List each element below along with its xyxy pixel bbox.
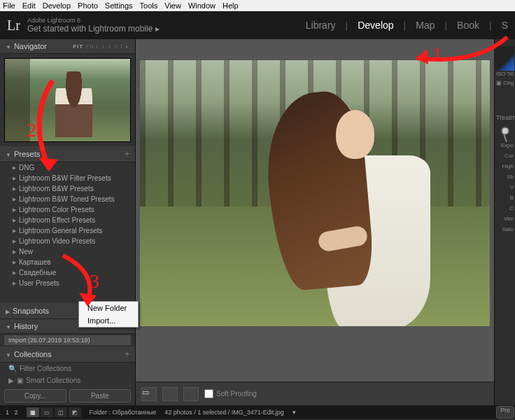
previous-button[interactable]: Pre bbox=[496, 406, 514, 419]
filmstrip-toolbar: 1 2 ▦ ▭ ◫ ◩ Folder : Обработанные 42 pho… bbox=[0, 405, 515, 419]
page-indicator: 1 2 bbox=[6, 409, 18, 416]
triangle-down-icon: ▼ bbox=[6, 152, 11, 158]
preset-folder[interactable]: ▶Lightroom Video Presets bbox=[0, 236, 135, 246]
triangle-right-icon: ▶ bbox=[13, 207, 16, 213]
menu-file[interactable]: File bbox=[3, 1, 15, 10]
zoom-3-1[interactable]: 3:1 bbox=[114, 43, 124, 50]
treatment-label: Treatme bbox=[495, 114, 515, 121]
histogram[interactable] bbox=[493, 46, 514, 71]
right-panel: ISO 50 ▣ Orig Treatme Expo Cor High Sh V… bbox=[494, 39, 515, 405]
add-preset-icon[interactable]: + bbox=[125, 149, 129, 159]
iso-readout: ISO 50 bbox=[495, 71, 515, 77]
slider-label: Vibr bbox=[495, 216, 515, 222]
preset-folder[interactable]: ▶Lightroom B&W Toned Presets bbox=[0, 194, 135, 204]
preset-folder[interactable]: ▶Карташев bbox=[0, 257, 135, 267]
navigator-header[interactable]: ▼Navigator FIT FILL 1:1 3:1 ▸ bbox=[0, 39, 135, 54]
slider-label: Sh bbox=[495, 174, 515, 180]
triangle-right-icon: ▶ bbox=[13, 249, 16, 255]
menu-edit[interactable]: Edit bbox=[22, 1, 36, 10]
triangle-right-icon: ▶ bbox=[13, 186, 16, 192]
menu-view[interactable]: View bbox=[164, 1, 181, 10]
develop-toolbar: ▭ Soft Proofing bbox=[136, 382, 494, 405]
filter-collections-row[interactable]: 🔍 Filter Collections bbox=[0, 363, 135, 374]
slider-label: Satu bbox=[495, 226, 515, 232]
loupe-view-button[interactable]: ▭ bbox=[141, 387, 157, 401]
preset-folder[interactable]: ▶DNG bbox=[0, 162, 135, 173]
triangle-right-icon: ▶ bbox=[13, 228, 16, 234]
menu-settings[interactable]: Settings bbox=[105, 1, 133, 10]
navigator-thumbnail[interactable] bbox=[4, 58, 131, 142]
collections-header[interactable]: ▼Collections + bbox=[0, 346, 135, 363]
triangle-right-icon: ▶ bbox=[13, 281, 16, 286]
triangle-right-icon: ▶ bbox=[6, 309, 10, 315]
context-import[interactable]: Import... bbox=[79, 314, 138, 327]
slider-label: C bbox=[495, 205, 515, 211]
triangle-down-icon: ▼ bbox=[6, 324, 11, 330]
os-menu-bar: File Edit Develop Photo Settings Tools V… bbox=[0, 0, 515, 11]
slider-label: V bbox=[495, 184, 515, 190]
center-panel: ▭ Soft Proofing bbox=[136, 39, 494, 405]
preset-folder[interactable]: ▶Lightroom Effect Presets bbox=[0, 215, 135, 225]
smart-collections-row[interactable]: ▶ ▣ Smart Collections bbox=[0, 374, 135, 386]
presets-header[interactable]: ▼Presets + bbox=[0, 146, 135, 162]
selection-summary[interactable]: 42 photos / 1 selected / IMG_3471-Edit.j… bbox=[164, 409, 284, 416]
triangle-right-icon: ▶ bbox=[13, 218, 16, 223]
paste-button[interactable]: Paste bbox=[69, 389, 132, 402]
triangle-right-icon: ▶ bbox=[13, 197, 16, 202]
triangle-down-icon: ▼ bbox=[6, 44, 11, 50]
module-map[interactable]: Map bbox=[416, 20, 435, 31]
preset-folder[interactable]: ▶User Presets bbox=[0, 278, 135, 288]
menu-develop[interactable]: Develop bbox=[43, 1, 71, 10]
copy-button[interactable]: Copy... bbox=[4, 389, 66, 402]
loupe-view-icon[interactable]: ▭ bbox=[41, 407, 53, 417]
before-after-x-button[interactable] bbox=[183, 387, 199, 401]
preset-folder[interactable]: ▶Lightroom General Presets bbox=[0, 225, 135, 236]
menu-window[interactable]: Window bbox=[188, 1, 216, 10]
slider-label: Cor bbox=[495, 153, 515, 159]
grid-view-icon[interactable]: ▦ bbox=[27, 407, 39, 417]
triangle-right-icon: ▶ bbox=[13, 260, 16, 265]
triangle-down-icon: ▼ bbox=[6, 352, 11, 358]
search-icon: 🔍 bbox=[8, 365, 17, 372]
preset-folder[interactable]: ▶New bbox=[0, 246, 135, 257]
folder-breadcrumb[interactable]: Folder : Обработанные bbox=[90, 409, 157, 416]
loupe-view[interactable] bbox=[136, 60, 494, 382]
survey-view-icon[interactable]: ◩ bbox=[69, 407, 81, 417]
module-develop[interactable]: Develop bbox=[358, 20, 393, 31]
mobile-cta[interactable]: Get started with Lightroom mobile ▸ bbox=[27, 24, 160, 34]
menu-photo[interactable]: Photo bbox=[78, 1, 98, 10]
slider-label: High bbox=[495, 163, 515, 169]
preset-folder[interactable]: ▶Lightroom Color Presets bbox=[0, 204, 135, 215]
zoom-fill[interactable]: FILL bbox=[85, 43, 99, 50]
menu-tools[interactable]: Tools bbox=[140, 1, 158, 10]
identity-plate-bar: Lr Adobe Lightroom 6 Get started with Li… bbox=[0, 11, 515, 39]
triangle-right-icon: ▶ bbox=[8, 377, 14, 384]
app-logo: Lr bbox=[7, 18, 20, 34]
history-entry[interactable]: Import (26.07.2019 19:53:19) bbox=[4, 335, 131, 345]
left-panel: ▼Navigator FIT FILL 1:1 3:1 ▸ ▼Presets +… bbox=[0, 39, 136, 405]
main-photo bbox=[140, 60, 490, 326]
module-book[interactable]: Book bbox=[457, 20, 479, 31]
slider-label: Expo bbox=[495, 142, 515, 148]
app-title: Adobe Lightroom 6 bbox=[27, 17, 160, 24]
slider-label: B bbox=[495, 195, 515, 201]
module-more[interactable]: S bbox=[502, 20, 508, 31]
module-library[interactable]: Library bbox=[306, 20, 336, 31]
zoom-fit[interactable]: FIT bbox=[73, 43, 83, 50]
preset-folder[interactable]: ▶Свадебные bbox=[0, 267, 135, 278]
compare-view-icon[interactable]: ◫ bbox=[55, 407, 67, 417]
menu-help[interactable]: Help bbox=[223, 1, 239, 10]
add-collection-icon[interactable]: + bbox=[125, 349, 129, 359]
preset-folder[interactable]: ▶Lightroom B&W Filter Presets bbox=[0, 173, 135, 183]
before-after-y-button[interactable] bbox=[162, 387, 178, 401]
zoom-1-1[interactable]: 1:1 bbox=[101, 43, 111, 50]
soft-proofing-checkbox[interactable] bbox=[204, 389, 213, 398]
filter-collections-label: Filter Collections bbox=[20, 365, 71, 372]
triangle-right-icon: ▶ bbox=[13, 165, 16, 171]
smart-collections-label: Smart Collections bbox=[26, 377, 80, 384]
chevron-down-icon[interactable]: ▾ bbox=[292, 409, 296, 416]
original-label: Orig bbox=[503, 80, 514, 86]
preset-folder[interactable]: ▶Lightroom B&W Presets bbox=[0, 183, 135, 194]
context-new-folder[interactable]: New Folder bbox=[79, 302, 138, 314]
white-balance-picker-icon[interactable] bbox=[498, 124, 512, 138]
